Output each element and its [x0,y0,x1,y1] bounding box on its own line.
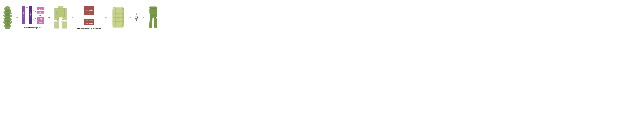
arrow-3: → [71,16,74,19]
sir-bracket [79,26,99,27]
svg-point-32 [7,26,8,28]
svg-point-20 [7,6,8,7]
final-garment-illustration [148,6,158,29]
svg-point-29 [8,20,10,21]
svg-point-28 [5,20,6,21]
svg-point-11 [10,13,12,14]
svg-point-30 [6,23,7,25]
svg-point-27 [8,16,10,18]
svg-point-24 [5,13,6,14]
encoder-to-attention-arrows [26,7,28,23]
psr-bracket [24,25,42,26]
svg-point-23 [8,9,10,10]
pipeline-container: → Encoder Attention [0,0,161,35]
arrow-5: → [129,16,132,19]
panel-lstm-2: PanelLSTM [37,17,44,21]
stitch-module-5: Stitch Module [84,22,94,25]
svg-point-6 [4,8,6,10]
psr-label-section: Pattern Shape Regression [22,25,44,29]
svg-point-10 [4,11,5,13]
svg-rect-40 [54,22,59,28]
point-cloud-garment [3,6,12,29]
sir-label: Stitching Information Regression [77,28,101,30]
sir-label-section: Stitching Information Regression [77,26,101,30]
svg-point-8 [8,7,10,9]
stitch-module-3: Stitch Module [84,13,94,16]
svg-point-9 [10,10,12,12]
panel-lstm-1: PanelLSTM [37,7,44,10]
pattern-shape-regression-block: Encoder Attention P [22,7,44,29]
svg-line-36 [33,20,36,21]
stitch-module-4: Stitch Module [84,19,94,22]
dots-sir: • • • [84,16,94,18]
svg-point-14 [4,18,5,20]
garment-3d-illustration [111,6,126,29]
arrow-4: → [104,16,107,19]
stitch-module-1: Stitch Module [84,6,94,9]
svg-line-33 [33,9,36,11]
svg-point-22 [6,9,7,11]
stitch-modules-list: Stitch Module Stitch Module Stitch Modul… [84,6,94,25]
stitch-module-2: Stitch Module [84,9,94,12]
svg-point-19 [10,25,12,27]
encoder-box: Encoder [22,7,25,24]
panel-group-1: PanelLSTM MLP [37,7,44,14]
svg-marker-44 [114,7,123,8]
svg-point-21 [7,28,8,29]
attention-output-lines [33,7,36,24]
svg-point-26 [6,16,7,18]
psr-inner: Encoder Attention P [22,7,44,24]
svg-point-18 [4,25,6,27]
stitching-information-regression-block: Stitch Module Stitch Module Stitch Modul… [77,6,101,30]
svg-point-17 [10,21,12,23]
arrow-1: → [16,16,18,19]
svg-point-25 [8,13,10,15]
arrow-2: → [48,16,50,19]
dots-psr: • • • [37,14,44,16]
svg-point-15 [10,19,12,20]
load-3d-label: Load in 3D and drape [135,12,138,23]
arrow-6: → [142,16,144,19]
svg-rect-37 [58,6,63,8]
svg-point-13 [10,15,12,17]
panel-outputs: PanelLSTM MLP • • • PanelLSTM MLP [37,7,44,24]
svg-point-16 [3,21,5,23]
mlp-1: MLP [37,11,44,14]
svg-line-34 [33,11,36,12]
sir-inner: Stitch Module Stitch Module Stitch Modul… [84,6,94,25]
svg-point-31 [8,23,10,24]
panel-group-2: PanelLSTM MLP [37,17,44,24]
svg-point-12 [3,15,5,16]
svg-rect-41 [62,22,67,28]
svg-line-35 [33,19,36,20]
flat-panels-illustration [54,6,68,29]
attention-box: Attention [29,7,32,24]
svg-rect-65 [150,7,157,9]
mlp-2: MLP [37,21,44,24]
psr-label: Pattern Shape Regression [24,27,42,29]
